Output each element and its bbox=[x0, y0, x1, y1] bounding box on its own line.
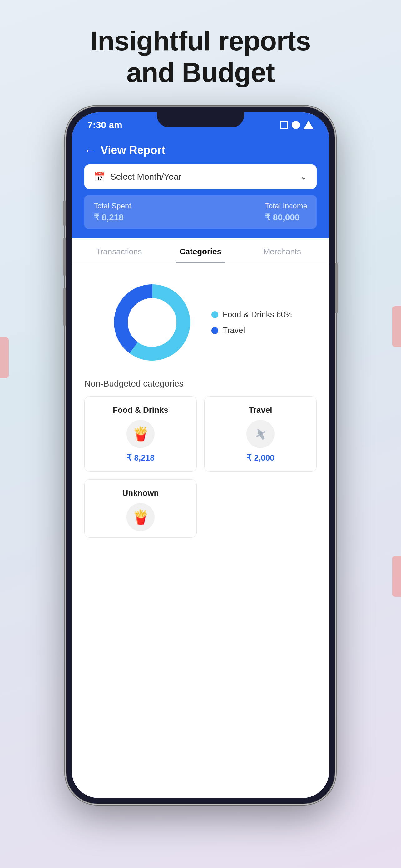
total-income-label: Total Income bbox=[265, 202, 307, 210]
phone-volume-button-2 bbox=[63, 238, 66, 276]
deco-left bbox=[0, 337, 9, 378]
category-icon-food: 🍟 bbox=[127, 420, 155, 448]
category-card-unknown[interactable]: Unknown 🍟 bbox=[84, 479, 197, 538]
tab-merchants[interactable]: Merchants bbox=[241, 238, 323, 263]
categories-grid-bottom: Unknown 🍟 bbox=[84, 479, 317, 538]
donut-chart bbox=[108, 279, 196, 366]
category-card-food[interactable]: Food & Drinks 🍟 ₹ 8,218 bbox=[84, 396, 197, 472]
total-spent-label: Total Spent bbox=[94, 202, 131, 210]
categories-grid: Food & Drinks 🍟 ₹ 8,218 Travel bbox=[84, 396, 317, 472]
summary-row: Total Spent ₹ 8,218 Total Income ₹ 80,00… bbox=[84, 195, 317, 229]
phone-power-button bbox=[335, 263, 338, 313]
legend-label-food: Food & Drinks 60% bbox=[223, 310, 293, 319]
status-time: 7:30 am bbox=[88, 120, 123, 130]
tabs: Transactions Categories Merchants bbox=[72, 238, 329, 263]
status-icons bbox=[280, 121, 313, 129]
svg-text:✈: ✈ bbox=[257, 428, 264, 438]
donut-svg bbox=[108, 279, 196, 366]
status-icon-square bbox=[280, 121, 288, 129]
notch bbox=[157, 113, 244, 127]
total-income: Total Income ₹ 80,000 bbox=[265, 202, 307, 222]
chart-legend: Food & Drinks 60% Travel bbox=[211, 310, 293, 335]
phone-volume-button-3 bbox=[63, 288, 66, 326]
total-spent: Total Spent ₹ 8,218 bbox=[94, 202, 131, 222]
category-amount-travel: ₹ 2,000 bbox=[246, 453, 274, 463]
category-name-travel: Travel bbox=[248, 405, 272, 415]
donut-inner bbox=[128, 299, 176, 346]
page-title: Insightful reports and Budget bbox=[90, 25, 311, 88]
back-button[interactable]: ← bbox=[84, 144, 96, 157]
status-bar: 7:30 am bbox=[72, 113, 329, 137]
header-title: View Report bbox=[101, 144, 165, 157]
legend-item-travel: Travel bbox=[211, 326, 293, 335]
category-icon-travel: ✈ bbox=[246, 420, 274, 448]
tab-categories[interactable]: Categories bbox=[160, 238, 241, 263]
legend-dot-travel bbox=[211, 327, 218, 334]
deco-right-top bbox=[392, 306, 401, 347]
category-icon-unknown: 🍟 bbox=[127, 503, 155, 531]
wifi-icon bbox=[304, 121, 313, 129]
month-selector[interactable]: 📅 Select Month/Year ⌄ bbox=[84, 164, 317, 189]
calendar-icon: 📅 bbox=[94, 171, 105, 182]
phone-mockup: 7:30 am ← View Report 📅 S bbox=[66, 107, 335, 804]
total-income-value: ₹ 80,000 bbox=[265, 212, 307, 222]
month-selector-label: Select Month/Year bbox=[110, 172, 181, 182]
category-name-food: Food & Drinks bbox=[113, 405, 168, 415]
legend-label-travel: Travel bbox=[223, 326, 245, 335]
non-budgeted-title: Non-Budgeted categories bbox=[84, 379, 317, 389]
legend-dot-food bbox=[211, 311, 218, 318]
chart-section: Food & Drinks 60% Travel bbox=[84, 279, 317, 366]
total-spent-value: ₹ 8,218 bbox=[94, 212, 131, 222]
category-card-travel[interactable]: Travel ✈ ₹ 2,000 bbox=[204, 396, 317, 472]
tab-transactions[interactable]: Transactions bbox=[78, 238, 160, 263]
legend-item-food: Food & Drinks 60% bbox=[211, 310, 293, 319]
chevron-down-icon: ⌄ bbox=[300, 172, 307, 182]
status-icon-circle bbox=[292, 121, 300, 129]
airplane-icon: ✈ bbox=[253, 426, 268, 442]
phone-volume-button-1 bbox=[63, 200, 66, 226]
category-name-unknown: Unknown bbox=[123, 488, 159, 498]
deco-right-bottom bbox=[392, 556, 401, 597]
app-header: ← View Report 📅 Select Month/Year ⌄ Tota… bbox=[72, 137, 329, 238]
main-content: Food & Drinks 60% Travel Non-Budgeted ca… bbox=[72, 263, 329, 798]
category-amount-food: ₹ 8,218 bbox=[127, 453, 154, 463]
